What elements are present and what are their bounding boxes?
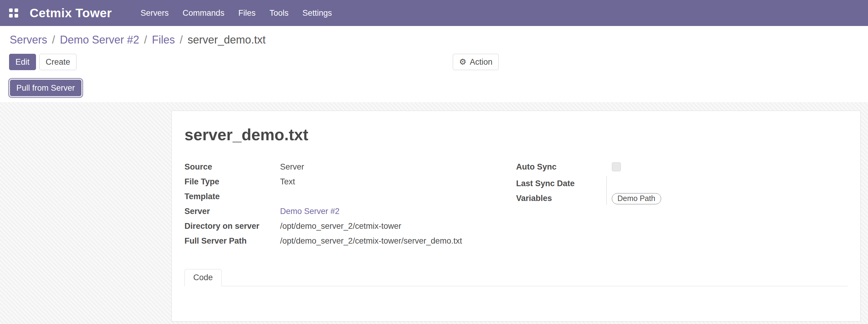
pull-from-server-button[interactable]: Pull from Server — [10, 80, 81, 96]
server-link[interactable]: Demo Server #2 — [280, 207, 340, 216]
auto-sync-checkbox[interactable] — [612, 162, 621, 171]
top-navbar: Cetmix Tower Servers Commands Files Tool… — [0, 0, 868, 26]
field-row-directory: Directory on server /opt/demo_server_2/c… — [185, 219, 516, 234]
main-menu: Servers Commands Files Tools Settings — [134, 0, 339, 26]
field-group-left: Source Server File Type Text Template Se… — [185, 160, 516, 249]
field-label: Template — [185, 191, 280, 202]
field-row-variables: Variables Demo Path — [516, 191, 848, 206]
apps-grid-square — [9, 8, 13, 12]
breadcrumb-servers[interactable]: Servers — [10, 33, 47, 46]
field-row-full-path: Full Server Path /opt/demo_server_2/cetm… — [185, 234, 516, 249]
toolbar: Edit Create ⚙ Action — [0, 54, 868, 70]
action-button-label: Action — [470, 58, 492, 67]
object-buttons-row: Pull from Server — [0, 80, 868, 98]
notebook-tabs: Code — [185, 269, 848, 286]
edit-button[interactable]: Edit — [9, 54, 36, 70]
form-sheet: server_demo.txt Source Server File Type … — [172, 110, 861, 322]
field-label: Last Sync Date — [516, 178, 612, 189]
field-value: Text — [280, 176, 516, 187]
action-button[interactable]: ⚙ Action — [453, 54, 499, 70]
field-label: File Type — [185, 176, 280, 187]
field-value — [612, 161, 848, 174]
field-value: Server — [280, 161, 516, 172]
tab-code[interactable]: Code — [185, 269, 222, 286]
field-group-right: Auto Sync Last Sync Date Variables Demo … — [516, 160, 848, 249]
breadcrumb-separator: / — [180, 33, 183, 46]
breadcrumb-separator: / — [52, 33, 55, 46]
breadcrumb: Servers / Demo Server #2 / Files / serve… — [0, 33, 868, 46]
field-label: Directory on server — [185, 221, 280, 232]
nav-settings[interactable]: Settings — [296, 0, 339, 26]
apps-grid-square — [14, 14, 18, 18]
field-row-last-sync: Last Sync Date — [516, 176, 848, 191]
field-row-template: Template — [185, 189, 516, 204]
field-value: Demo Server #2 — [280, 206, 516, 217]
breadcrumb-files[interactable]: Files — [152, 33, 175, 46]
field-label: Auto Sync — [516, 161, 612, 174]
field-label: Full Server Path — [185, 235, 280, 247]
gear-icon: ⚙ — [459, 58, 466, 66]
breadcrumb-demo-server[interactable]: Demo Server #2 — [60, 33, 139, 46]
apps-grid-square — [14, 8, 18, 12]
nav-tools[interactable]: Tools — [262, 0, 296, 26]
field-label: Server — [185, 206, 280, 217]
field-groups: Source Server File Type Text Template Se… — [185, 160, 848, 249]
field-label: Variables — [516, 193, 612, 204]
breadcrumb-current: server_demo.txt — [187, 33, 266, 46]
field-value — [280, 191, 516, 202]
field-label: Source — [185, 161, 280, 172]
field-row-auto-sync: Auto Sync — [516, 160, 848, 176]
field-row-server: Server Demo Server #2 — [185, 204, 516, 219]
nav-files[interactable]: Files — [231, 0, 262, 26]
nav-commands[interactable]: Commands — [176, 0, 231, 26]
field-value — [612, 178, 848, 189]
field-value: Demo Path — [612, 193, 848, 204]
field-value: /opt/demo_server_2/cetmix-tower — [280, 221, 516, 232]
record-title: server_demo.txt — [185, 125, 848, 144]
column-divider — [607, 176, 607, 205]
nav-servers[interactable]: Servers — [134, 0, 176, 26]
app-title[interactable]: Cetmix Tower — [30, 6, 112, 20]
control-panel: Servers / Demo Server #2 / Files / serve… — [0, 26, 868, 102]
tab-code-content — [185, 286, 848, 319]
breadcrumb-separator: / — [144, 33, 147, 46]
apps-grid-icon[interactable] — [9, 8, 18, 18]
create-button[interactable]: Create — [39, 54, 76, 70]
field-value: /opt/demo_server_2/cetmix-tower/server_d… — [280, 235, 516, 247]
field-row-source: Source Server — [185, 160, 516, 174]
field-row-file-type: File Type Text — [185, 174, 516, 189]
apps-grid-square — [9, 14, 13, 18]
variable-tag-demo-path: Demo Path — [612, 193, 661, 204]
form-background: server_demo.txt Source Server File Type … — [0, 102, 868, 324]
